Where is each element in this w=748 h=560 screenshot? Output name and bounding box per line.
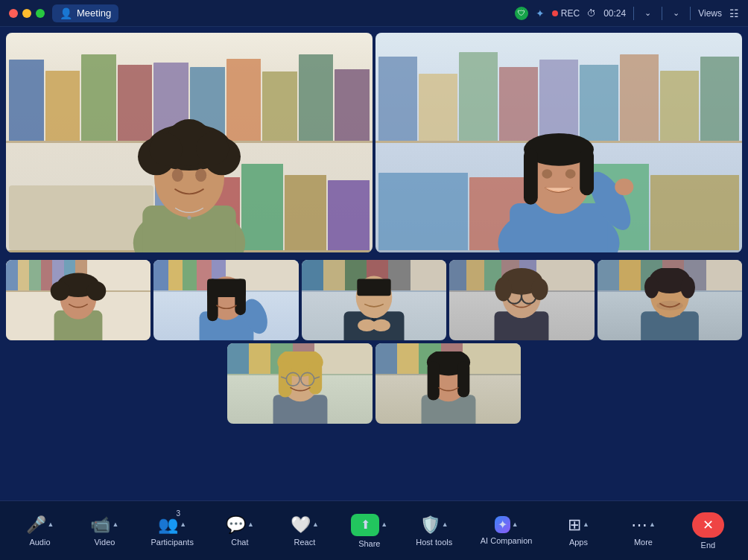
- svg-rect-36: [235, 279, 246, 315]
- react-caret: ▲: [312, 521, 319, 528]
- maximize-btn[interactable]: [36, 9, 45, 18]
- share-button[interactable]: ⬆ ▲ Share: [351, 514, 388, 548]
- star-icon: ✦: [536, 7, 545, 19]
- rec-dot: [552, 10, 558, 16]
- timer-display: 00:24: [603, 8, 626, 19]
- timer-chevron[interactable]: ⌄: [641, 7, 654, 19]
- end-icon: ✕: [703, 517, 714, 533]
- svg-rect-35: [207, 279, 218, 321]
- svg-point-53: [495, 277, 513, 301]
- svg-rect-76: [427, 361, 439, 401]
- svg-point-59: [644, 276, 659, 298]
- ai-companion-label: AI Companion: [481, 536, 533, 545]
- svg-point-60: [680, 276, 694, 298]
- participants-button[interactable]: 👥 ▲ 3 Participants: [150, 515, 193, 547]
- rec-label: REC: [561, 8, 580, 19]
- bottom-thumb-1[interactable]: [227, 343, 373, 424]
- apps-button[interactable]: ⊞ ▲ Apps: [560, 515, 597, 547]
- svg-rect-41: [357, 279, 390, 296]
- svg-point-8: [150, 133, 183, 166]
- svg-point-10: [172, 169, 183, 182]
- featured-video-1[interactable]: [6, 33, 373, 252]
- svg-point-54: [531, 279, 548, 300]
- react-label: React: [294, 538, 315, 547]
- ai-caret: ▲: [512, 521, 519, 528]
- camera-icon: 📹: [90, 515, 110, 535]
- shield-tools-icon: 🛡️: [420, 515, 440, 535]
- apps-label: Apps: [569, 538, 588, 547]
- share-icon: ⬆: [351, 514, 379, 536]
- react-icon: 🤍: [291, 515, 311, 535]
- apps-icon: ⊞: [568, 515, 581, 535]
- svg-point-12: [187, 216, 191, 220]
- window-controls: [9, 9, 45, 18]
- svg-rect-77: [457, 361, 469, 398]
- svg-point-9: [196, 133, 229, 165]
- more-icon: ⋯: [631, 515, 647, 535]
- bottom-thumbnail-row: [6, 343, 742, 424]
- host-tools-button[interactable]: 🛡️ ▲ Host tools: [416, 515, 453, 547]
- participants-icon: 👥: [158, 515, 178, 535]
- svg-rect-20: [524, 149, 538, 205]
- share-label: Share: [358, 539, 380, 548]
- svg-point-28: [51, 281, 70, 301]
- shield-icon: 🛡: [515, 7, 528, 20]
- views-label[interactable]: Views: [698, 8, 722, 19]
- divider: [633, 7, 634, 20]
- ai-companion-button[interactable]: ✦ ▲ AI Companion: [481, 516, 533, 545]
- chat-icon: 💬: [226, 515, 246, 535]
- thumb-1[interactable]: [6, 260, 150, 340]
- toolbar: 🎤 ▲ Audio 📹 ▲ Video 👥 ▲ 3 Participants 💬…: [0, 500, 748, 560]
- participants-label: Participants: [150, 538, 193, 547]
- featured-video-2[interactable]: [375, 33, 742, 252]
- thumbnail-row: [6, 260, 742, 340]
- audio-button[interactable]: 🎤 ▲ Audio: [21, 515, 58, 547]
- svg-point-23: [565, 169, 576, 179]
- svg-point-43: [373, 319, 390, 331]
- views-icon: ☷: [729, 7, 739, 19]
- thumb-4[interactable]: [449, 260, 594, 340]
- svg-point-22: [542, 169, 552, 179]
- divider2: [662, 7, 662, 20]
- meeting-icon: 👤: [60, 7, 72, 19]
- title-bar: 👤 Meeting 🛡 ✦ REC ⏱ 00:24 ⌄ ⌄ Views ☷: [0, 0, 748, 27]
- title-bar-left: 👤 Meeting: [9, 4, 118, 22]
- title-bar-right: 🛡 ✦ REC ⏱ 00:24 ⌄ ⌄ Views ☷: [515, 7, 739, 20]
- expand-chevron[interactable]: ⌄: [670, 7, 682, 19]
- video-label: Video: [94, 538, 115, 547]
- more-button[interactable]: ⋯ ▲ More: [624, 515, 662, 547]
- featured-row: [6, 33, 742, 252]
- svg-rect-66: [278, 361, 291, 398]
- microphone-icon: 🎤: [26, 515, 46, 535]
- video-button[interactable]: 📹 ▲ Video: [86, 515, 123, 547]
- clock-icon: ⏱: [587, 8, 596, 19]
- bottom-thumb-2[interactable]: [375, 343, 521, 424]
- thumb-5[interactable]: [598, 260, 742, 340]
- meeting-label[interactable]: 👤 Meeting: [52, 4, 118, 22]
- react-button[interactable]: 🤍 ▲ React: [286, 515, 323, 547]
- svg-point-11: [195, 169, 206, 182]
- thumb-2[interactable]: [153, 260, 298, 340]
- close-btn[interactable]: [9, 9, 18, 18]
- participants-count: 3: [177, 509, 181, 518]
- host-tools-label: Host tools: [416, 538, 452, 547]
- minimize-btn[interactable]: [22, 9, 31, 18]
- thumb-3[interactable]: [302, 260, 446, 340]
- rec-badge: REC: [552, 8, 580, 19]
- chat-caret: ▲: [247, 521, 254, 528]
- end-button[interactable]: ✕ End: [689, 512, 726, 550]
- share-caret: ▲: [381, 521, 387, 528]
- chat-button[interactable]: 💬 ▲ Chat: [221, 515, 259, 547]
- main-area: [0, 27, 748, 500]
- host-caret: ▲: [442, 521, 449, 528]
- video-caret: ▲: [112, 521, 118, 528]
- more-caret: ▲: [649, 521, 656, 528]
- end-btn-wrap[interactable]: ✕: [692, 512, 724, 538]
- svg-point-29: [87, 281, 107, 301]
- svg-rect-21: [580, 149, 594, 196]
- apps-caret: ▲: [583, 521, 589, 528]
- participants-caret: ▲: [180, 521, 186, 528]
- ai-companion-icon: ✦: [495, 516, 510, 533]
- divider3: [690, 7, 691, 20]
- svg-point-61: [656, 301, 683, 311]
